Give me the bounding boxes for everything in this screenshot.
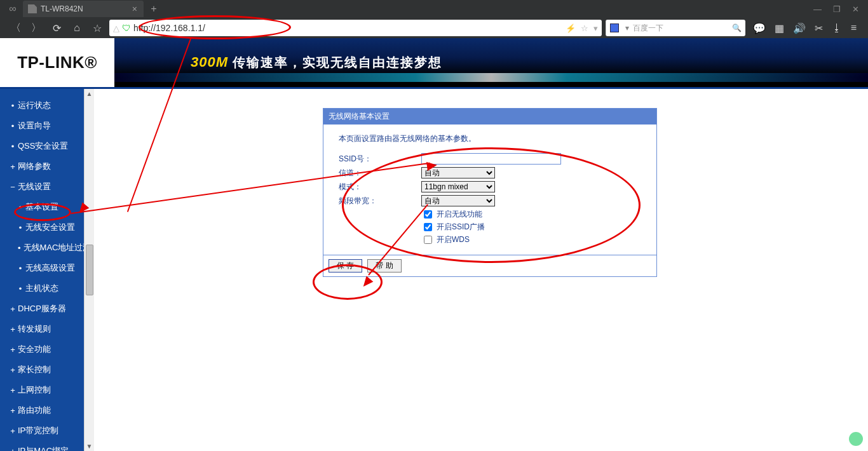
sidebar-item-15[interactable]: +路由功能 — [0, 400, 84, 421]
scroll-down-icon[interactable]: ▼ — [86, 441, 93, 451]
channel-label: 信道： — [339, 168, 421, 178]
star-icon[interactable]: ☆ — [581, 24, 588, 33]
scissors-icon[interactable]: ✂ — [815, 22, 823, 34]
sidebar-item-14[interactable]: +上网控制 — [0, 380, 84, 400]
minimize-button[interactable]: ― — [813, 4, 822, 14]
chat-icon[interactable]: 💬 — [753, 22, 766, 34]
helper-circle — [849, 432, 863, 446]
forward-button[interactable]: 〉 — [31, 22, 42, 34]
wds-checkbox[interactable] — [424, 236, 432, 244]
reload-button[interactable]: ⟳ — [51, 22, 62, 34]
page-icon — [28, 4, 37, 13]
wireless-basic-panel: 无线网络基本设置 本页面设置路由器无线网络的基本参数。 SSID号： 信道： 自… — [323, 108, 657, 277]
sidebar-marker-icon: + — [10, 162, 15, 172]
sidebar-item-3[interactable]: +网络参数 — [0, 156, 84, 177]
download-icon[interactable]: ⭳ — [832, 22, 842, 34]
sidebar-item-0[interactable]: •运行状态 — [0, 95, 84, 116]
channel-select[interactable]: 自动 — [421, 167, 495, 178]
slogan: 300M 传输速率，实现无线自由连接梦想 — [114, 54, 442, 71]
sidebar-marker-icon: + — [10, 304, 15, 314]
sidebar-marker-icon: + — [10, 365, 15, 375]
panel-desc: 本页面设置路由器无线网络的基本参数。 — [339, 133, 641, 144]
sidebar-item-label: 路由功能 — [18, 405, 51, 416]
chevron-down-icon[interactable]: ▾ — [625, 24, 629, 32]
sidebar-item-label: 无线MAC地址过滤 — [24, 242, 84, 253]
maximize-button[interactable]: ❐ — [833, 4, 841, 14]
addr-actions: ⚡ ☆ ▾ — [566, 24, 598, 33]
help-button[interactable]: 帮 助 — [367, 259, 401, 273]
scroll-up-icon[interactable]: ▲ — [86, 89, 93, 98]
insecure-icon: △ — [113, 24, 119, 33]
caret-icon[interactable]: ▾ — [593, 24, 598, 33]
scroll-thumb[interactable] — [86, 245, 93, 295]
router-banner: TP-LINK® 300M 传输速率，实现无线自由连接梦想 — [0, 38, 868, 89]
sidebar-item-12[interactable]: +安全功能 — [0, 339, 84, 360]
new-tab-button[interactable]: + — [146, 3, 161, 15]
row-wds: 开启WDS — [339, 233, 641, 246]
sidebar-marker-icon: + — [10, 345, 15, 354]
close-window-button[interactable]: ✕ — [852, 4, 859, 14]
grid-icon[interactable]: ▦ — [775, 22, 784, 34]
sidebar-item-label: 无线安全设置 — [25, 222, 75, 233]
sidebar-item-label: 设置向导 — [18, 120, 51, 131]
row-channel: 信道： 自动 — [339, 166, 641, 180]
sidebar-item-label: IP与MAC绑定 — [18, 445, 69, 451]
sidebar-item-5[interactable]: •基本设置 — [0, 197, 84, 217]
sidebar-item-13[interactable]: +家长控制 — [0, 360, 84, 380]
tab-active[interactable]: TL-WR842N × — [23, 1, 144, 17]
volume-icon[interactable]: 🔊 — [793, 22, 806, 34]
tabs-row: ∞ TL-WR842N × + ― ❐ ✕ — [0, 0, 868, 18]
mode-select[interactable]: 11bgn mixed — [421, 181, 495, 192]
incognito-icon: ∞ — [3, 3, 23, 15]
sidebar-item-4[interactable]: −无线设置 — [0, 177, 84, 197]
row-mode: 模式： 11bgn mixed — [339, 180, 641, 194]
sidebar-item-label: 运行状态 — [18, 100, 51, 111]
back-button[interactable]: 〈 — [10, 22, 22, 34]
shield-icon: 🛡 — [122, 23, 131, 33]
home-button[interactable]: ⌂ — [71, 22, 83, 34]
sidebar-item-2[interactable]: •QSS安全设置 — [0, 136, 84, 156]
sidebar-item-11[interactable]: +转发规则 — [0, 319, 84, 339]
sidebar-item-1[interactable]: •设置向导 — [0, 116, 84, 136]
save-button[interactable]: 保 存 — [329, 259, 362, 273]
sidebar-item-10[interactable]: +DHCP服务器 — [0, 299, 84, 319]
sidebar-item-label: 基本设置 — [25, 201, 58, 213]
sidebar-item-7[interactable]: •无线MAC地址过滤 — [0, 238, 84, 258]
mode-label: 模式： — [339, 182, 421, 192]
bw-select[interactable]: 自动 — [421, 195, 495, 206]
sidebar-item-label: 上网控制 — [18, 384, 51, 396]
sidebar-item-6[interactable]: •无线安全设置 — [0, 217, 84, 238]
sidebar-item-label: 转发规则 — [18, 323, 51, 335]
address-row: 〈 〉 ⟳ ⌂ ☆ △ 🛡 http://192.168.1.1/ ⚡ ☆ ▾ … — [0, 18, 868, 38]
bolt-icon[interactable]: ⚡ — [566, 24, 576, 33]
sidebar-item-8[interactable]: •无线高级设置 — [0, 258, 84, 278]
panel-body: 本页面设置路由器无线网络的基本参数。 SSID号： 信道： 自动 模式： 11b… — [323, 125, 656, 255]
banner-stripe — [114, 73, 868, 82]
sidebar-item-label: 网络参数 — [18, 161, 51, 172]
close-icon[interactable]: × — [132, 4, 137, 14]
sidebar-scrollbar[interactable]: ▲ ▼ — [84, 89, 94, 451]
search-engine-icon — [610, 24, 619, 32]
wds-label: 开启WDS — [437, 234, 470, 245]
window-controls: ― ❐ ✕ — [813, 4, 868, 14]
sidebar-item-label: IP带宽控制 — [18, 425, 58, 436]
tab-title: TL-WR842N — [41, 4, 83, 13]
sidebar-marker-icon: + — [10, 447, 15, 452]
favorite-button[interactable]: ☆ — [92, 22, 103, 34]
sidebar-marker-icon: + — [10, 386, 15, 395]
search-box[interactable]: ▾ 百度一下 🔍 — [606, 20, 745, 36]
sidebar-item-label: 安全功能 — [18, 344, 51, 355]
address-bar[interactable]: △ 🛡 http://192.168.1.1/ ⚡ ☆ ▾ — [109, 20, 602, 36]
sidebar-item-16[interactable]: +IP带宽控制 — [0, 421, 84, 441]
search-go-icon[interactable]: 🔍 — [732, 24, 742, 32]
sidebar-item-17[interactable]: +IP与MAC绑定 — [0, 441, 84, 451]
wl-enable-checkbox[interactable] — [424, 210, 432, 219]
row-wl-enable: 开启无线功能 — [339, 208, 641, 220]
ssid-broadcast-checkbox[interactable] — [424, 223, 432, 231]
ssid-input[interactable] — [421, 153, 561, 165]
ssid-label: SSID号： — [339, 154, 421, 165]
ssid-broadcast-label: 开启SSID广播 — [437, 222, 485, 232]
menu-icon[interactable]: ≡ — [851, 22, 857, 34]
sidebar-item-9[interactable]: •主机状态 — [0, 278, 84, 299]
sidebar-wrap: •运行状态•设置向导•QSS安全设置+网络参数−无线设置•基本设置•无线安全设置… — [0, 89, 94, 451]
